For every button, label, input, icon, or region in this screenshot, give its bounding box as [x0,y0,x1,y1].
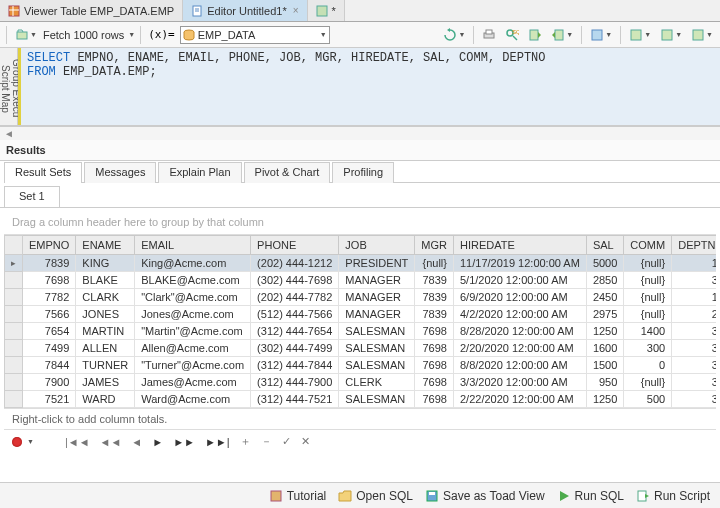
cell-email[interactable]: "Turner"@Acme.com [135,357,251,374]
cell-hiredate[interactable]: 3/3/2020 12:00:00 AM [453,374,586,391]
cell-deptno[interactable]: 30 [672,391,716,408]
scroll-left-icon[interactable]: ◄ [4,128,14,139]
chevron-down-icon[interactable]: ▼ [27,438,34,445]
tab-explain-plan[interactable]: Explain Plan [158,162,241,183]
record-icon[interactable] [12,437,22,447]
cell-ename[interactable]: JONES [76,306,135,323]
row-selector-header[interactable] [5,236,23,255]
nav-add-button[interactable]: ＋ [237,434,254,449]
cell-phone[interactable]: (312) 444-7521 [251,391,339,408]
open-sql-button[interactable]: Open SQL [338,489,413,503]
export-button[interactable] [525,25,545,45]
nav-prev-button[interactable]: ◄ [128,436,145,448]
cell-job[interactable]: CLERK [339,374,415,391]
cell-comm[interactable]: 500 [624,391,672,408]
table-row[interactable]: 7521WARDWard@Acme.com(312) 444-7521SALES… [5,391,717,408]
cell-mgr[interactable]: 7698 [415,323,454,340]
table-row[interactable]: ▸7839KINGKing@Acme.com(202) 444-1212PRES… [5,255,717,272]
col-header[interactable]: DEPTNO [672,236,716,255]
cell-email[interactable]: James@Acme.com [135,374,251,391]
cell-mgr[interactable]: 7698 [415,391,454,408]
cell-hiredate[interactable]: 5/1/2020 12:00:00 AM [453,272,586,289]
cell-ename[interactable]: MARTIN [76,323,135,340]
table-row[interactable]: 7782CLARK"Clark"@Acme.com(202) 444-7782M… [5,289,717,306]
col-header[interactable]: JOB [339,236,415,255]
cell-ename[interactable]: BLAKE [76,272,135,289]
table-row[interactable]: 7844TURNER"Turner"@Acme.com(312) 444-784… [5,357,717,374]
nav-next-button[interactable]: ► [149,436,166,448]
import-button[interactable]: ▼ [548,25,576,45]
run-script-button[interactable]: Run Script [636,489,710,503]
cell-hiredate[interactable]: 8/28/2020 12:00:00 AM [453,323,586,340]
tab-editor[interactable]: Editor Untitled1* × [183,0,307,21]
cell-empno[interactable]: 7698 [23,272,76,289]
open-button[interactable]: ▼ [12,25,40,45]
col-header[interactable]: SAL [586,236,623,255]
cell-empno[interactable]: 7782 [23,289,76,306]
cell-ename[interactable]: WARD [76,391,135,408]
cell-ename[interactable]: TURNER [76,357,135,374]
cell-sal[interactable]: 1500 [586,357,623,374]
cell-job[interactable]: PRESIDENT [339,255,415,272]
results-grid[interactable]: EMPNO ENAME EMAIL PHONE JOB MGR HIREDATE… [4,235,716,408]
cell-sal[interactable]: 2850 [586,272,623,289]
cell-empno[interactable]: 7654 [23,323,76,340]
cell-ename[interactable]: JAMES [76,374,135,391]
cell-sal[interactable]: 1250 [586,323,623,340]
cell-email[interactable]: BLAKE@Acme.com [135,272,251,289]
cell-phone[interactable]: (302) 444-7499 [251,340,339,357]
cell-job[interactable]: MANAGER [339,272,415,289]
cell-hiredate[interactable]: 2/20/2020 12:00:00 AM [453,340,586,357]
tutorial-button[interactable]: Tutorial [269,489,327,503]
cell-empno[interactable]: 7566 [23,306,76,323]
cell-sal[interactable]: 1250 [586,391,623,408]
bookmark-button[interactable]: ▼ [587,25,615,45]
cell-ename[interactable]: ALLEN [76,340,135,357]
nav-first-button[interactable]: |◄◄ [62,436,93,448]
cell-hiredate[interactable]: 2/22/2020 12:00:00 AM [453,391,586,408]
close-icon[interactable]: × [293,5,299,16]
row-handle[interactable]: ▸ [5,255,23,272]
cell-comm[interactable]: {null} [624,374,672,391]
tab-messages[interactable]: Messages [84,162,156,183]
cell-email[interactable]: King@Acme.com [135,255,251,272]
cell-email[interactable]: Allen@Acme.com [135,340,251,357]
misc-button-3[interactable]: ▼ [688,25,716,45]
cell-empno[interactable]: 7521 [23,391,76,408]
nav-remove-button[interactable]: － [258,434,275,449]
cell-deptno[interactable]: 30 [672,272,716,289]
cell-deptno[interactable]: 10 [672,289,716,306]
cell-mgr[interactable]: {null} [415,255,454,272]
table-row[interactable]: 7698BLAKEBLAKE@Acme.com(302) 444-7698MAN… [5,272,717,289]
cell-comm[interactable]: {null} [624,289,672,306]
cell-job[interactable]: SALESMAN [339,340,415,357]
col-header[interactable]: COMM [624,236,672,255]
chevron-down-icon[interactable]: ▼ [128,31,135,38]
table-row[interactable]: 7654MARTIN"Martin"@Acme.com(312) 444-765… [5,323,717,340]
tab-viewer[interactable]: Viewer Table EMP_DATA.EMP [0,0,183,21]
cell-deptno[interactable]: 30 [672,340,716,357]
cell-deptno[interactable]: 20 [672,306,716,323]
cell-sal[interactable]: 2975 [586,306,623,323]
cell-deptno[interactable]: 30 [672,374,716,391]
cell-hiredate[interactable]: 4/2/2020 12:00:00 AM [453,306,586,323]
tab-profiling[interactable]: Profiling [332,162,394,183]
table-row[interactable]: 7566JONESJones@Acme.com(512) 444-7566MAN… [5,306,717,323]
nav-prev-page-button[interactable]: ◄◄ [97,436,125,448]
cell-email[interactable]: Jones@Acme.com [135,306,251,323]
cell-phone[interactable]: (512) 444-7566 [251,306,339,323]
cell-deptno[interactable]: 10 [672,255,716,272]
cell-ename[interactable]: CLARK [76,289,135,306]
col-header[interactable]: MGR [415,236,454,255]
find-button[interactable]: SQL [502,25,522,45]
misc-button-2[interactable]: ▼ [657,25,685,45]
sql-editor[interactable]: SELECT EMPNO, ENAME, EMAIL, PHONE, JOB, … [18,48,720,125]
misc-button-1[interactable]: ▼ [626,25,654,45]
cell-mgr[interactable]: 7839 [415,306,454,323]
cell-phone[interactable]: (202) 444-7782 [251,289,339,306]
cell-phone[interactable]: (312) 444-7900 [251,374,339,391]
cell-sal[interactable]: 950 [586,374,623,391]
cell-comm[interactable]: 300 [624,340,672,357]
col-header[interactable]: EMAIL [135,236,251,255]
row-handle[interactable] [5,374,23,391]
